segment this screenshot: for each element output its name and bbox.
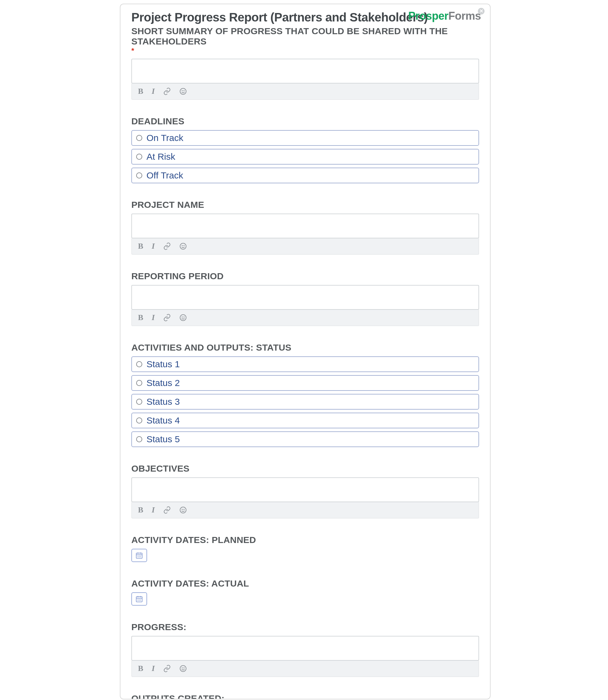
- radio-status-2[interactable]: Status 2: [131, 375, 479, 391]
- emoji-icon[interactable]: [179, 242, 187, 250]
- emoji-icon[interactable]: [179, 506, 187, 514]
- form-header: Project Progress Report (Partners and St…: [131, 10, 479, 24]
- radio-at-risk[interactable]: At Risk: [131, 149, 479, 164]
- italic-icon[interactable]: I: [152, 87, 155, 96]
- activities-status-radio-group: Status 1 Status 2 Status 3 Status 4 Stat…: [131, 356, 479, 447]
- label-progress: PROGRESS:: [131, 622, 479, 632]
- link-icon[interactable]: [163, 506, 171, 514]
- radio-label: Status 2: [147, 378, 180, 388]
- bold-icon[interactable]: B: [138, 505, 143, 514]
- svg-point-8: [184, 317, 185, 317]
- bold-icon[interactable]: B: [138, 664, 143, 673]
- radio-status-4[interactable]: Status 4: [131, 413, 479, 428]
- radio-icon: [136, 154, 142, 160]
- radio-label: Status 1: [147, 359, 180, 369]
- radio-icon: [136, 399, 142, 405]
- radio-icon: [136, 417, 142, 424]
- calendar-icon: [135, 595, 143, 603]
- svg-point-33: [182, 668, 183, 668]
- progress-toolbar: B I: [131, 661, 479, 677]
- label-activity-dates-planned: ACTIVITY DATES: PLANNED: [131, 535, 479, 545]
- date-picker-actual[interactable]: [131, 592, 147, 606]
- required-mark: *: [131, 46, 479, 55]
- emoji-icon[interactable]: [179, 665, 187, 672]
- radio-label: Status 3: [147, 396, 180, 407]
- link-icon[interactable]: [163, 314, 171, 322]
- summary-toolbar: B I: [131, 83, 479, 100]
- svg-point-6: [180, 315, 186, 320]
- close-icon[interactable]: ✕: [478, 8, 484, 15]
- radio-icon: [136, 380, 142, 386]
- radio-label: At Risk: [147, 152, 175, 162]
- bold-icon[interactable]: B: [138, 87, 143, 96]
- objectives-input[interactable]: [131, 478, 479, 502]
- label-project-name: PROJECT NAME: [131, 200, 479, 210]
- label-activities-status: ACTIVITIES AND OUTPUTS: STATUS: [131, 343, 479, 353]
- radio-label: On Track: [147, 133, 184, 143]
- link-icon[interactable]: [163, 88, 171, 95]
- reporting-period-toolbar: B I: [131, 310, 479, 326]
- radio-icon: [136, 361, 142, 367]
- radio-status-5[interactable]: Status 5: [131, 431, 479, 447]
- date-picker-planned[interactable]: [131, 549, 147, 562]
- italic-icon[interactable]: I: [152, 242, 155, 251]
- radio-label: Status 4: [147, 415, 180, 426]
- svg-point-3: [180, 243, 186, 249]
- emoji-icon[interactable]: [179, 88, 187, 95]
- svg-point-34: [184, 668, 185, 668]
- label-objectives: OBJECTIVES: [131, 463, 479, 474]
- italic-icon[interactable]: I: [152, 664, 155, 673]
- italic-icon[interactable]: I: [152, 313, 155, 322]
- label-summary: SHORT SUMMARY OF PROGRESS THAT COULD BE …: [131, 26, 479, 46]
- svg-point-11: [184, 509, 185, 510]
- radio-icon: [136, 172, 142, 178]
- bold-icon[interactable]: B: [138, 242, 143, 251]
- summary-input[interactable]: [131, 59, 479, 83]
- label-reporting-period: REPORTING PERIOD: [131, 271, 479, 281]
- reporting-period-input[interactable]: [131, 285, 479, 310]
- radio-label: Off Track: [147, 170, 183, 181]
- label-outputs-created: OUTPUTS CREATED:: [131, 693, 479, 699]
- radio-off-track[interactable]: Off Track: [131, 168, 479, 183]
- project-name-input[interactable]: [131, 214, 479, 238]
- svg-point-9: [180, 507, 186, 513]
- svg-point-5: [184, 245, 185, 246]
- svg-rect-22: [136, 597, 142, 602]
- brand-part1: Prosper: [408, 10, 449, 22]
- svg-point-0: [180, 88, 186, 94]
- label-deadlines: DEADLINES: [131, 116, 479, 127]
- radio-on-track[interactable]: On Track: [131, 130, 479, 146]
- svg-point-32: [180, 665, 186, 672]
- form-panel: Project Progress Report (Partners and St…: [120, 4, 491, 699]
- deadlines-radio-group: On Track At Risk Off Track: [131, 130, 479, 183]
- radio-label: Status 5: [147, 434, 180, 444]
- objectives-toolbar: B I: [131, 502, 479, 519]
- radio-icon: [136, 436, 142, 442]
- radio-icon: [136, 135, 142, 141]
- italic-icon[interactable]: I: [152, 505, 155, 514]
- project-name-toolbar: B I: [131, 238, 479, 255]
- radio-status-1[interactable]: Status 1: [131, 356, 479, 372]
- brand-logo: ProsperForms: [408, 10, 481, 22]
- svg-point-7: [182, 317, 183, 317]
- svg-point-1: [182, 91, 183, 91]
- progress-input[interactable]: [131, 636, 479, 661]
- label-activity-dates-actual: ACTIVITY DATES: ACTUAL: [131, 578, 479, 589]
- radio-status-3[interactable]: Status 3: [131, 394, 479, 410]
- emoji-icon[interactable]: [179, 314, 187, 321]
- bold-icon[interactable]: B: [138, 313, 143, 322]
- svg-rect-12: [136, 553, 142, 558]
- svg-point-10: [182, 509, 183, 510]
- brand-part2: Forms: [448, 10, 481, 22]
- svg-point-4: [182, 245, 183, 246]
- svg-point-2: [184, 91, 185, 91]
- link-icon[interactable]: [163, 665, 171, 673]
- link-icon[interactable]: [163, 242, 171, 250]
- calendar-icon: [135, 551, 143, 559]
